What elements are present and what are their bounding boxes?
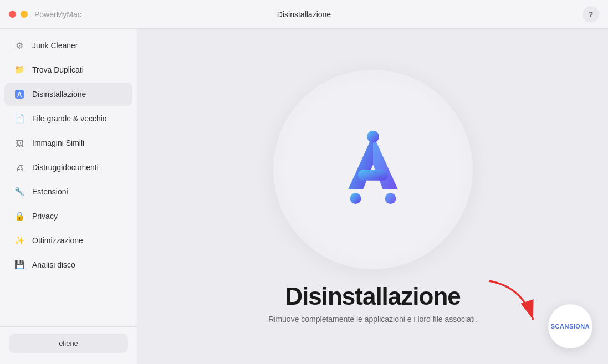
content-subtitle: Rimuove completamente le applicazioni e … xyxy=(268,315,477,324)
sidebar-label-disinstallazione: Disinstallazione xyxy=(32,90,86,99)
sidebar-item-estensioni[interactable]: Estensioni xyxy=(4,180,132,203)
folder-icon xyxy=(13,64,25,76)
sidebar-label-distruggi-documenti: Distruggidocumenti xyxy=(32,163,99,172)
sidebar-item-file-grande[interactable]: File grande & vecchio xyxy=(4,107,132,130)
app-store-icon xyxy=(323,120,423,219)
sidebar-item-junk-cleaner[interactable]: Junk Cleaner xyxy=(4,34,132,57)
window-title: Disinstallazione xyxy=(277,10,331,19)
sidebar-label-immagini-simili: Immagini Simili xyxy=(32,139,84,147)
red-arrow xyxy=(478,275,544,331)
sidebar-item-distruggi-documenti[interactable]: Distruggidocumenti xyxy=(4,156,132,179)
main-layout: Junk Cleaner Trova Duplicati A Disinstal… xyxy=(0,29,608,364)
image-icon xyxy=(13,137,25,149)
close-button[interactable] xyxy=(9,11,16,18)
file-icon xyxy=(13,112,25,125)
svg-point-4 xyxy=(385,193,396,204)
extensions-icon xyxy=(13,186,25,198)
svg-rect-2 xyxy=(358,170,388,181)
traffic-lights xyxy=(9,11,28,18)
sidebar-label-junk-cleaner: Junk Cleaner xyxy=(32,41,78,50)
scan-button-container: SCANSIONA xyxy=(548,304,592,348)
optimization-icon xyxy=(13,234,25,247)
sidebar-item-ottimizzazione[interactable]: Ottimizzazione xyxy=(4,229,132,252)
sidebar-item-privacy[interactable]: Privacy xyxy=(4,204,132,228)
sidebar-item-disinstallazione[interactable]: A Disinstallazione xyxy=(4,83,132,106)
svg-point-3 xyxy=(350,193,361,204)
content-title: Disinstallazione xyxy=(285,283,461,310)
sidebar-footer: eliene xyxy=(0,326,137,360)
scan-button[interactable]: SCANSIONA xyxy=(548,304,592,348)
sidebar-label-trova-duplicati: Trova Duplicati xyxy=(32,65,84,74)
sidebar-label-estensioni: Estensioni xyxy=(32,187,68,196)
uninstall-icon: A xyxy=(13,88,25,100)
user-label: eliene xyxy=(9,334,128,353)
content-area: Disinstallazione Rimuove completamente l… xyxy=(137,29,608,364)
app-name: PowerMyMac xyxy=(34,10,81,19)
sidebar-label-analisi-disco: Analisi disco xyxy=(32,260,75,269)
sidebar-label-ottimizzazione: Ottimizzazione xyxy=(32,236,83,245)
gear-icon xyxy=(13,39,25,52)
sidebar-item-trova-duplicati[interactable]: Trova Duplicati xyxy=(4,58,132,81)
help-button[interactable]: ? xyxy=(583,6,599,23)
sidebar-label-file-grande: File grande & vecchio xyxy=(32,114,107,123)
svg-text:A: A xyxy=(17,91,22,99)
lock-icon xyxy=(13,210,25,222)
shred-icon xyxy=(13,161,25,173)
hero-circle xyxy=(273,70,473,269)
sidebar: Junk Cleaner Trova Duplicati A Disinstal… xyxy=(0,29,137,364)
sidebar-item-analisi-disco[interactable]: Analisi disco xyxy=(4,253,132,276)
svg-point-5 xyxy=(367,130,379,142)
minimize-button[interactable] xyxy=(21,11,28,18)
disk-icon xyxy=(13,259,25,271)
content-bottom: Disinstallazione Rimuove completamente l… xyxy=(268,283,477,324)
titlebar: PowerMyMac Disinstallazione ? xyxy=(0,0,608,29)
sidebar-item-immagini-simili[interactable]: Immagini Simili xyxy=(4,131,132,155)
sidebar-label-privacy: Privacy xyxy=(32,212,58,221)
